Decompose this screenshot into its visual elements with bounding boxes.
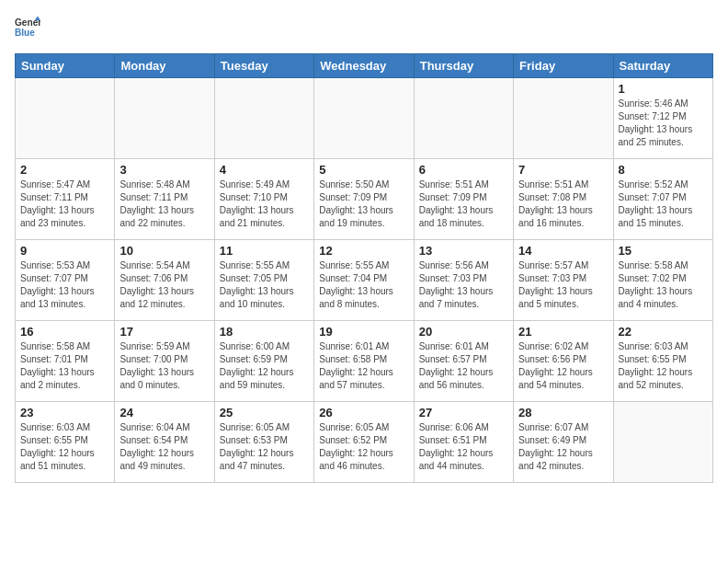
calendar-table: SundayMondayTuesdayWednesdayThursdayFrid… bbox=[15, 53, 713, 483]
calendar-cell: 4Sunrise: 5:49 AM Sunset: 7:10 PM Daylig… bbox=[214, 159, 313, 240]
calendar-cell bbox=[314, 78, 414, 159]
day-info: Sunrise: 6:05 AM Sunset: 6:53 PM Dayligh… bbox=[220, 421, 309, 473]
day-info: Sunrise: 6:00 AM Sunset: 6:59 PM Dayligh… bbox=[220, 340, 309, 392]
calendar-cell bbox=[514, 78, 613, 159]
day-number: 23 bbox=[20, 406, 109, 419]
day-number: 21 bbox=[518, 325, 608, 339]
day-info: Sunrise: 5:53 AM Sunset: 7:07 PM Dayligh… bbox=[20, 259, 109, 311]
day-info: Sunrise: 5:52 AM Sunset: 7:07 PM Dayligh… bbox=[619, 178, 708, 230]
weekday-header-saturday: Saturday bbox=[613, 54, 712, 78]
calendar-cell: 20Sunrise: 6:01 AM Sunset: 6:57 PM Dayli… bbox=[414, 321, 513, 402]
calendar-cell: 6Sunrise: 5:51 AM Sunset: 7:09 PM Daylig… bbox=[414, 159, 513, 240]
calendar-cell bbox=[16, 78, 115, 159]
day-info: Sunrise: 6:06 AM Sunset: 6:51 PM Dayligh… bbox=[419, 421, 508, 473]
day-info: Sunrise: 5:58 AM Sunset: 7:01 PM Dayligh… bbox=[20, 340, 109, 392]
calendar-week-5: 23Sunrise: 6:03 AM Sunset: 6:55 PM Dayli… bbox=[16, 402, 713, 483]
logo: General Blue bbox=[15, 15, 40, 42]
day-number: 12 bbox=[319, 244, 408, 258]
day-number: 4 bbox=[220, 163, 309, 177]
calendar-cell: 7Sunrise: 5:51 AM Sunset: 7:08 PM Daylig… bbox=[514, 159, 613, 240]
day-number: 1 bbox=[619, 82, 708, 96]
calendar-cell: 9Sunrise: 5:53 AM Sunset: 7:07 PM Daylig… bbox=[16, 240, 115, 321]
day-info: Sunrise: 5:51 AM Sunset: 7:09 PM Dayligh… bbox=[419, 178, 508, 230]
calendar-cell: 25Sunrise: 6:05 AM Sunset: 6:53 PM Dayli… bbox=[214, 402, 313, 483]
day-info: Sunrise: 6:01 AM Sunset: 6:57 PM Dayligh… bbox=[419, 340, 508, 392]
day-number: 22 bbox=[619, 325, 708, 339]
calendar-cell: 10Sunrise: 5:54 AM Sunset: 7:06 PM Dayli… bbox=[115, 240, 214, 321]
day-number: 28 bbox=[518, 406, 608, 419]
calendar-cell bbox=[613, 402, 712, 483]
day-info: Sunrise: 5:54 AM Sunset: 7:06 PM Dayligh… bbox=[119, 259, 209, 311]
day-number: 19 bbox=[319, 325, 408, 339]
day-number: 20 bbox=[419, 325, 508, 339]
calendar-cell: 24Sunrise: 6:04 AM Sunset: 6:54 PM Dayli… bbox=[115, 402, 214, 483]
svg-text:Blue: Blue bbox=[15, 28, 35, 38]
weekday-header-monday: Monday bbox=[115, 54, 214, 78]
day-number: 5 bbox=[319, 163, 408, 177]
calendar-cell: 12Sunrise: 5:55 AM Sunset: 7:04 PM Dayli… bbox=[314, 240, 414, 321]
calendar-cell: 14Sunrise: 5:57 AM Sunset: 7:03 PM Dayli… bbox=[514, 240, 613, 321]
calendar-cell: 21Sunrise: 6:02 AM Sunset: 6:56 PM Dayli… bbox=[514, 321, 613, 402]
weekday-header-wednesday: Wednesday bbox=[314, 54, 414, 78]
calendar-week-3: 9Sunrise: 5:53 AM Sunset: 7:07 PM Daylig… bbox=[16, 240, 713, 321]
day-info: Sunrise: 5:46 AM Sunset: 7:12 PM Dayligh… bbox=[619, 98, 708, 149]
day-number: 11 bbox=[220, 244, 309, 258]
day-number: 13 bbox=[419, 244, 508, 258]
weekday-header-tuesday: Tuesday bbox=[214, 54, 313, 78]
weekday-header-thursday: Thursday bbox=[414, 54, 513, 78]
day-info: Sunrise: 5:49 AM Sunset: 7:10 PM Dayligh… bbox=[220, 178, 309, 230]
calendar-cell: 17Sunrise: 5:59 AM Sunset: 7:00 PM Dayli… bbox=[115, 321, 214, 402]
calendar-cell: 26Sunrise: 6:05 AM Sunset: 6:52 PM Dayli… bbox=[314, 402, 414, 483]
day-info: Sunrise: 6:01 AM Sunset: 6:58 PM Dayligh… bbox=[319, 340, 408, 392]
day-info: Sunrise: 5:51 AM Sunset: 7:08 PM Dayligh… bbox=[518, 178, 608, 230]
day-info: Sunrise: 5:55 AM Sunset: 7:04 PM Dayligh… bbox=[319, 259, 408, 311]
day-info: Sunrise: 6:04 AM Sunset: 6:54 PM Dayligh… bbox=[119, 421, 209, 473]
day-info: Sunrise: 5:50 AM Sunset: 7:09 PM Dayligh… bbox=[319, 178, 408, 230]
calendar-cell: 15Sunrise: 5:58 AM Sunset: 7:02 PM Dayli… bbox=[613, 240, 712, 321]
day-number: 15 bbox=[619, 244, 708, 258]
day-number: 17 bbox=[119, 325, 209, 339]
day-info: Sunrise: 6:07 AM Sunset: 6:49 PM Dayligh… bbox=[518, 421, 608, 473]
day-info: Sunrise: 5:48 AM Sunset: 7:11 PM Dayligh… bbox=[119, 178, 209, 230]
day-info: Sunrise: 5:58 AM Sunset: 7:02 PM Dayligh… bbox=[619, 259, 708, 311]
day-number: 2 bbox=[20, 163, 109, 177]
calendar-cell: 13Sunrise: 5:56 AM Sunset: 7:03 PM Dayli… bbox=[414, 240, 513, 321]
day-info: Sunrise: 5:55 AM Sunset: 7:05 PM Dayligh… bbox=[220, 259, 309, 311]
weekday-header-sunday: Sunday bbox=[16, 54, 115, 78]
day-number: 8 bbox=[619, 163, 708, 177]
calendar-cell bbox=[115, 78, 214, 159]
day-number: 25 bbox=[220, 406, 309, 419]
day-number: 27 bbox=[419, 406, 508, 419]
weekday-header-friday: Friday bbox=[514, 54, 613, 78]
day-number: 14 bbox=[518, 244, 608, 258]
calendar-cell: 27Sunrise: 6:06 AM Sunset: 6:51 PM Dayli… bbox=[414, 402, 513, 483]
day-info: Sunrise: 6:05 AM Sunset: 6:52 PM Dayligh… bbox=[319, 421, 408, 473]
day-number: 10 bbox=[119, 244, 209, 258]
day-info: Sunrise: 5:56 AM Sunset: 7:03 PM Dayligh… bbox=[419, 259, 508, 311]
calendar-cell: 28Sunrise: 6:07 AM Sunset: 6:49 PM Dayli… bbox=[514, 402, 613, 483]
day-number: 3 bbox=[119, 163, 209, 177]
calendar-cell: 19Sunrise: 6:01 AM Sunset: 6:58 PM Dayli… bbox=[314, 321, 414, 402]
day-number: 26 bbox=[319, 406, 408, 419]
calendar-week-4: 16Sunrise: 5:58 AM Sunset: 7:01 PM Dayli… bbox=[16, 321, 713, 402]
day-info: Sunrise: 6:02 AM Sunset: 6:56 PM Dayligh… bbox=[518, 340, 608, 392]
day-info: Sunrise: 5:59 AM Sunset: 7:00 PM Dayligh… bbox=[119, 340, 209, 392]
calendar-cell: 1Sunrise: 5:46 AM Sunset: 7:12 PM Daylig… bbox=[613, 78, 712, 159]
calendar-cell: 11Sunrise: 5:55 AM Sunset: 7:05 PM Dayli… bbox=[214, 240, 313, 321]
calendar-cell: 23Sunrise: 6:03 AM Sunset: 6:55 PM Dayli… bbox=[16, 402, 115, 483]
calendar-cell: 2Sunrise: 5:47 AM Sunset: 7:11 PM Daylig… bbox=[16, 159, 115, 240]
calendar-cell bbox=[214, 78, 313, 159]
day-info: Sunrise: 5:47 AM Sunset: 7:11 PM Dayligh… bbox=[20, 178, 109, 230]
calendar-week-2: 2Sunrise: 5:47 AM Sunset: 7:11 PM Daylig… bbox=[16, 159, 713, 240]
day-number: 16 bbox=[20, 325, 109, 339]
calendar-cell: 5Sunrise: 5:50 AM Sunset: 7:09 PM Daylig… bbox=[314, 159, 414, 240]
logo-icon: General Blue bbox=[15, 15, 40, 40]
day-info: Sunrise: 6:03 AM Sunset: 6:55 PM Dayligh… bbox=[619, 340, 708, 392]
calendar-cell bbox=[414, 78, 513, 159]
day-number: 24 bbox=[119, 406, 209, 419]
day-number: 18 bbox=[220, 325, 309, 339]
day-number: 7 bbox=[518, 163, 608, 177]
day-number: 9 bbox=[20, 244, 109, 258]
day-info: Sunrise: 5:57 AM Sunset: 7:03 PM Dayligh… bbox=[518, 259, 608, 311]
weekday-header-row: SundayMondayTuesdayWednesdayThursdayFrid… bbox=[16, 54, 713, 78]
